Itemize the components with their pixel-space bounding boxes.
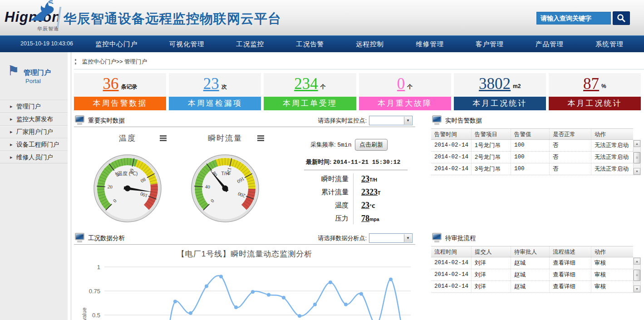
- header: Hignton 华辰智通 华辰智通设备远程监控物联网云平台: [0, 0, 644, 35]
- stat-label-bar: 本月工况统计: [549, 97, 641, 110]
- alarm-panel: 实时告警数据 告警时间告警项目告警值是否正常动作2014-02-141号龙门吊1…: [431, 115, 641, 224]
- breadcrumb-icon: [75, 59, 76, 64]
- table-cell: 1号龙门吊: [471, 140, 511, 151]
- stat-label-bar: 本月工况统计: [454, 97, 546, 110]
- realtime-data-panel: 重要实时数据 请选择实时监控点: ▼ 温度 020406080100温度 (℃): [74, 115, 415, 232]
- sidebar-item-label: 监控大屏发布: [16, 116, 53, 123]
- portal-subtitle: Portal: [25, 78, 41, 84]
- table-cell: 100: [511, 140, 549, 151]
- chevron-down-icon[interactable]: ▼: [404, 234, 412, 242]
- alarm-scrollbar[interactable]: ▲ ≡ ▼: [633, 140, 641, 175]
- stat-value[interactable]: 23: [203, 73, 219, 95]
- gauge-menu-icon[interactable]: [257, 135, 264, 142]
- table-cell: 刘洋: [471, 281, 511, 292]
- chevron-down-icon[interactable]: ▼: [404, 117, 412, 124]
- nav-items: 监控中心门户可视化管理工况监控工况告警远程控制维修管理客户管理产品管理系统管理: [79, 36, 639, 52]
- freq-label: 采集频率:: [310, 141, 336, 148]
- arrow-right-icon: ▸: [10, 113, 13, 125]
- svg-text:20: 20: [107, 184, 113, 190]
- reading-unit: ℃: [369, 203, 375, 209]
- nav-item-5[interactable]: 维修管理: [416, 40, 444, 49]
- table-header-cell: 流程描述: [549, 246, 591, 257]
- approval-panel: 待审批流程 流程时间提交人待审批人流程描述动作2014-02-14刘洋赵城查看详…: [431, 232, 641, 320]
- reading-row-1: 累计流量2323T: [303, 186, 412, 199]
- temperature-gauge-title: 温度: [119, 134, 136, 143]
- stat-value[interactable]: 87: [583, 73, 599, 95]
- table-cell: 否: [549, 140, 591, 151]
- monitor-icon: [75, 233, 84, 240]
- table-cell[interactable]: 查看详细: [549, 281, 591, 292]
- scroll-thumb[interactable]: ≡: [634, 270, 640, 281]
- table-cell: 无法正常启动: [591, 140, 633, 151]
- stat-unit: 个: [320, 83, 326, 91]
- stat-unit: %: [601, 83, 606, 89]
- logo-subtext: 华辰智通: [37, 25, 59, 32]
- chart-title: 【电厂1号线】瞬时流量动态监测分析: [74, 249, 415, 259]
- scroll-down-icon[interactable]: ▼: [634, 168, 640, 175]
- nav-item-1[interactable]: 可视化管理: [169, 40, 205, 49]
- sidebar-menu: ▸管理门户▸监控大屏发布▸厂家用户门户▸设备工程师门户▸维修人员门户: [0, 100, 68, 163]
- scroll-down-icon[interactable]: ▼: [634, 286, 640, 292]
- sidebar-item-1[interactable]: ▸监控大屏发布: [0, 113, 68, 125]
- reading-row-0: 瞬时流量23T/H: [303, 172, 412, 186]
- table-cell[interactable]: 查看详细: [549, 269, 591, 281]
- stat-value[interactable]: 0: [397, 73, 405, 95]
- stat-unit: m2: [513, 83, 521, 89]
- scroll-up-icon[interactable]: ▲: [634, 258, 640, 265]
- latest-time-label: 最新时间:: [306, 158, 331, 165]
- stat-card-0: 36条记录本周告警数据: [74, 73, 166, 110]
- reading-value: 78: [361, 214, 369, 223]
- sidebar-item-label: 厂家用户门户: [16, 128, 53, 135]
- stat-label-bar: 本周工单受理: [264, 97, 356, 110]
- flow-line-chart-svg: 10.750.5value: [74, 259, 415, 320]
- sidebar-item-4[interactable]: ▸维修人员门户: [0, 151, 68, 163]
- analysis-panel-title: 工况数据分析: [88, 234, 125, 242]
- stat-value[interactable]: 36: [103, 73, 119, 95]
- stat-value[interactable]: 234: [294, 73, 318, 95]
- table-cell[interactable]: 审核: [591, 281, 633, 292]
- search-input[interactable]: [536, 12, 611, 25]
- freq-value: 5min: [337, 142, 351, 148]
- gauge-menu-icon[interactable]: [160, 135, 167, 142]
- approval-scrollbar[interactable]: ▲ ≡ ▼: [633, 257, 641, 293]
- table-cell[interactable]: 审核: [591, 257, 633, 269]
- scroll-thumb[interactable]: ≡: [634, 152, 640, 163]
- nav-item-4[interactable]: 远程控制: [356, 40, 384, 49]
- sidebar-item-3[interactable]: ▸设备工程师门户: [0, 138, 68, 151]
- table-cell: 刘洋: [471, 257, 511, 269]
- arrow-right-icon: ▸: [10, 138, 13, 151]
- nav-item-0[interactable]: 监控中心门户: [95, 40, 138, 49]
- table-header-cell: 是否正常: [549, 129, 591, 139]
- analysis-point-select[interactable]: ▼: [369, 233, 413, 243]
- refresh-button[interactable]: 点击刷新: [355, 139, 388, 151]
- reading-unit: T/H: [369, 177, 377, 182]
- stat-label-bar: 本月重大故障: [359, 97, 451, 110]
- table-row: 2014-02-143号龙门吊100否无法正常启动: [431, 163, 633, 175]
- alarm-table: 告警时间告警项目告警值是否正常动作2014-02-141号龙门吊100否无法正常…: [431, 128, 641, 175]
- table-row: 2014-02-141号龙门吊100否无法正常启动: [431, 140, 633, 152]
- nav-item-3[interactable]: 工况告警: [296, 40, 324, 49]
- table-cell[interactable]: 查看详细: [549, 257, 591, 269]
- reading-label: 瞬时流量: [303, 175, 349, 183]
- breadcrumb-text: 监控中心门户>> 管理门户: [82, 59, 147, 65]
- nav-item-8[interactable]: 系统管理: [595, 40, 624, 49]
- sidebar-item-label: 管理门户: [16, 103, 41, 110]
- reading-unit: mpa: [369, 217, 379, 222]
- nav-item-7[interactable]: 产品管理: [536, 40, 564, 49]
- search-button[interactable]: [613, 11, 630, 25]
- monitor-point-select[interactable]: ▼: [369, 116, 413, 125]
- nav-item-2[interactable]: 工况监控: [236, 40, 264, 49]
- alarm-panel-title: 实时告警数据: [445, 117, 482, 125]
- table-header-cell: 提交人: [471, 246, 511, 257]
- sidebar-item-2[interactable]: ▸厂家用户门户: [0, 125, 68, 138]
- table-cell: 2014-02-14: [431, 163, 471, 175]
- stat-value[interactable]: 3802: [479, 73, 511, 95]
- table-cell: 2014-02-14: [431, 269, 471, 281]
- table-cell: 无法正常启动: [591, 163, 633, 175]
- nav-item-6[interactable]: 客户管理: [476, 40, 504, 49]
- scroll-up-icon[interactable]: ▲: [634, 140, 640, 147]
- sidebar-item-0[interactable]: ▸管理门户: [0, 100, 68, 113]
- table-cell[interactable]: 审核: [591, 269, 633, 281]
- stat-unit: 条记录: [121, 83, 138, 91]
- reading-value: 23: [361, 174, 369, 183]
